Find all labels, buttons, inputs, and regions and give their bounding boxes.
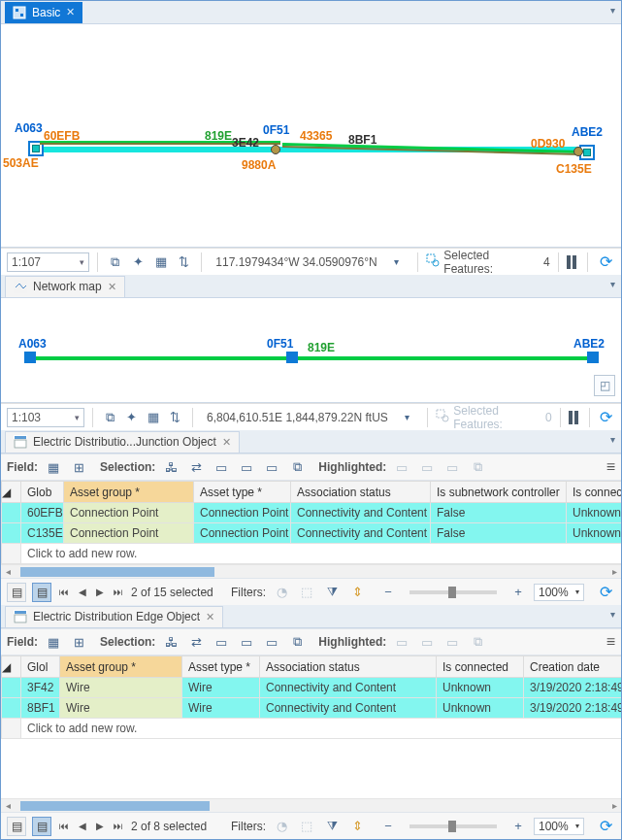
tab-network-map[interactable]: Network map ✕ xyxy=(5,276,125,297)
cell-conn[interactable]: Unknown xyxy=(437,678,524,698)
table-row[interactable]: 3F42 Wire Wire Connectivity and Content … xyxy=(2,678,622,698)
col-asset-group[interactable]: Asset group * xyxy=(60,656,182,678)
pause-icon[interactable] xyxy=(569,411,581,424)
filter-updown-icon[interactable]: ⇕ xyxy=(347,817,367,836)
col-asset-type[interactable]: Asset type * xyxy=(182,656,260,678)
last-icon[interactable]: ⏭ xyxy=(112,587,125,597)
chevron-down-icon[interactable]: ▾ xyxy=(387,252,407,272)
cell-type[interactable]: Wire xyxy=(182,678,260,698)
pause-icon[interactable] xyxy=(567,255,580,269)
scroll-right-icon[interactable]: ▸ xyxy=(607,566,621,577)
cell-group[interactable]: Connection Point xyxy=(64,503,194,523)
refresh-icon[interactable]: ⟳ xyxy=(596,252,615,272)
tool-grid-icon[interactable]: ✦ xyxy=(128,252,147,272)
zoom-slider[interactable] xyxy=(409,824,497,828)
cell-conn[interactable]: Unknown xyxy=(567,523,622,544)
zoom-in-icon[interactable]: + xyxy=(508,817,528,836)
add-row[interactable]: Click to add new row. xyxy=(2,719,622,739)
close-icon[interactable]: ✕ xyxy=(66,6,75,18)
junction-right[interactable] xyxy=(573,147,583,156)
scroll-left-icon[interactable]: ◂ xyxy=(1,566,15,577)
field-calc-icon[interactable]: ⊞ xyxy=(69,632,88,652)
zoom-slider[interactable] xyxy=(409,590,497,594)
prev-icon[interactable]: ◀ xyxy=(77,821,88,831)
zoom-in-icon[interactable]: + xyxy=(508,583,528,602)
cell-assoc[interactable]: Connectivity and Content xyxy=(260,698,437,719)
sel-del-icon[interactable]: ▭ xyxy=(262,457,281,477)
close-icon[interactable]: ✕ xyxy=(222,436,231,449)
tool-snap-icon[interactable]: ⧉ xyxy=(101,408,118,427)
panel-menu-icon[interactable]: ▾ xyxy=(610,609,615,620)
overview-window-icon[interactable]: ◰ xyxy=(594,375,615,396)
cell-assoc[interactable]: Connectivity and Content xyxy=(291,523,431,544)
field-add-icon[interactable]: ▦ xyxy=(44,632,63,652)
scroll-right-icon[interactable]: ▸ xyxy=(607,800,621,811)
attr2-table[interactable]: ◢ Glol Asset group * Asset type * Associ… xyxy=(1,655,621,739)
diagram-canvas-basic[interactable]: A063 60EFB 503AE 819E 3E42 0F51 43365 8B… xyxy=(1,24,621,248)
zoom-out-icon[interactable]: − xyxy=(378,583,398,602)
refresh-icon[interactable]: ⟳ xyxy=(596,817,615,836)
tool-swap-icon[interactable]: ⇅ xyxy=(167,408,184,427)
nm-node-abe2[interactable] xyxy=(587,352,599,363)
table-row[interactable]: C135E Connection Point Connection Point … xyxy=(2,523,622,544)
cell-conn[interactable]: Unknown xyxy=(567,503,622,523)
cell-sub[interactable]: False xyxy=(431,503,567,523)
view-all-button[interactable]: ▤ xyxy=(7,817,26,836)
cell-glob[interactable]: 8BF1 xyxy=(21,698,60,719)
filter-funnel-icon[interactable]: ⧩ xyxy=(322,817,342,836)
first-icon[interactable]: ⏮ xyxy=(57,587,71,597)
tool-table-icon[interactable]: ▦ xyxy=(145,408,162,427)
col-created[interactable]: Creation date xyxy=(524,656,622,678)
scroll-left-icon[interactable]: ◂ xyxy=(1,800,15,811)
nm-node-0f51[interactable] xyxy=(286,352,298,363)
nm-node-a063[interactable] xyxy=(24,352,36,363)
sel-switch-icon[interactable]: ⇄ xyxy=(186,457,206,477)
panel-menu-icon[interactable]: ▾ xyxy=(610,279,615,289)
col-asset-group[interactable]: Asset group * xyxy=(64,482,194,503)
cell-glob[interactable]: 60EFB xyxy=(21,503,64,523)
cell-glob[interactable]: 3F42 xyxy=(21,678,60,698)
tool-table-icon[interactable]: ▦ xyxy=(151,252,171,272)
refresh-icon[interactable]: ⟳ xyxy=(598,408,615,427)
zoom-select[interactable]: 100% ▾ xyxy=(534,584,584,601)
sel-switch-icon[interactable]: ⇄ xyxy=(186,632,206,652)
add-row[interactable]: Click to add new row. xyxy=(2,544,622,564)
tool-snap-icon[interactable]: ⧉ xyxy=(106,252,125,272)
rowhdr-corner[interactable]: ◢ xyxy=(2,482,21,503)
sel-clear-icon[interactable]: ▭ xyxy=(237,632,256,652)
table-row[interactable]: 60EFB Connection Point Connection Point … xyxy=(2,503,622,523)
last-icon[interactable]: ⏭ xyxy=(112,821,125,831)
col-isconn[interactable]: Is connect xyxy=(567,482,622,503)
cell-type[interactable]: Wire xyxy=(182,698,260,719)
cell-conn[interactable]: Unknown xyxy=(437,698,524,719)
cell-sub[interactable]: False xyxy=(431,523,567,544)
chevron-down-icon[interactable]: ▾ xyxy=(398,408,415,427)
junction-mid[interactable] xyxy=(271,145,280,154)
field-add-icon[interactable]: ▦ xyxy=(44,457,63,477)
selected-features[interactable]: Selected Features: 0 xyxy=(436,404,552,431)
zoom-out-icon[interactable]: − xyxy=(378,817,398,836)
tool-grid-icon[interactable]: ✦ xyxy=(123,408,141,427)
tool-swap-icon[interactable]: ⇅ xyxy=(175,252,194,272)
refresh-icon[interactable]: ⟳ xyxy=(596,583,615,602)
hamburger-icon[interactable]: ≡ xyxy=(606,633,615,651)
cell-crt[interactable]: 3/19/2020 2:18:49 P xyxy=(524,678,622,698)
col-assoc-status[interactable]: Association status xyxy=(260,656,437,678)
col-glob[interactable]: Glol xyxy=(21,656,60,678)
zoom-select[interactable]: 100% ▾ xyxy=(534,818,584,835)
sel-all-icon[interactable]: ▭ xyxy=(212,457,231,477)
next-icon[interactable]: ▶ xyxy=(94,587,106,597)
sel-clear-icon[interactable]: ▭ xyxy=(237,457,256,477)
close-icon[interactable]: ✕ xyxy=(108,281,116,293)
rowhdr-corner[interactable]: ◢ xyxy=(2,656,21,678)
selected-features[interactable]: Selected Features: 4 xyxy=(426,249,549,276)
col-isconn[interactable]: Is connected xyxy=(437,656,524,678)
first-icon[interactable]: ⏮ xyxy=(57,821,71,831)
diagram-canvas-networkmap[interactable]: A063 0F51 819E ABE2 ◰ xyxy=(1,298,621,403)
field-calc-icon[interactable]: ⊞ xyxy=(69,457,88,477)
cell-group[interactable]: Connection Point xyxy=(64,523,194,544)
cell-glob[interactable]: C135E xyxy=(21,523,64,544)
sel-all-icon[interactable]: ▭ xyxy=(212,632,231,652)
attr1-hscroll[interactable]: ◂ ▸ xyxy=(1,564,621,578)
table-row[interactable]: 8BF1 Wire Wire Connectivity and Content … xyxy=(2,698,622,719)
